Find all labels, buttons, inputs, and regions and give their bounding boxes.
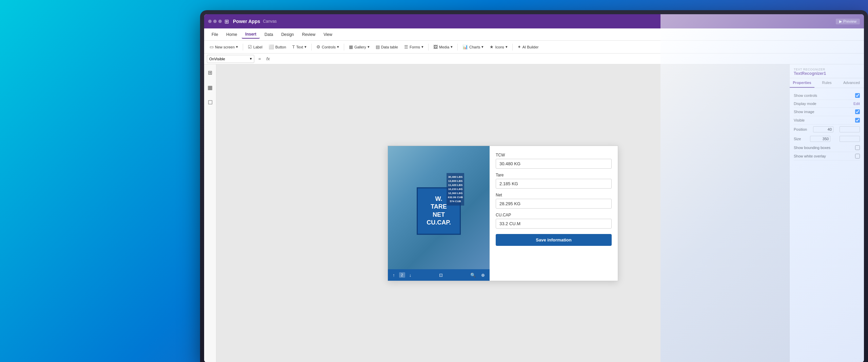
tcw-label: TCW (496, 153, 612, 157)
show-white-overlay-toggle[interactable] (855, 154, 860, 158)
data-table-icon: ▤ (376, 44, 380, 49)
net-value: 28.295 KG (496, 199, 612, 209)
panel-title-main: TextRecognizer1 (794, 71, 860, 76)
tcw-value: 30.480 KG (496, 159, 612, 169)
title-bar: ⊞ Power Apps Canvas ▶ Preview (204, 14, 864, 28)
charts-button[interactable]: 📊 Charts ▾ (460, 43, 486, 51)
next-page-button[interactable]: ↓ (408, 272, 413, 278)
icons-icon: ★ (490, 44, 494, 49)
controls-icon: ⚙ (316, 44, 320, 49)
dot-3 (218, 20, 222, 23)
show-image-toggle[interactable] (855, 109, 860, 114)
image-toolbar: ↑ 2 ↓ ⊡ 🔍 ⊕ (388, 269, 490, 281)
show-white-overlay-row: Show white overlay (794, 152, 860, 161)
show-controls-toggle[interactable] (855, 93, 860, 98)
canvas-image-section: 30,480 LBS13,800 LBS11,420 LBS10,233 LBS… (388, 146, 490, 281)
forms-icon: ☰ (404, 44, 408, 49)
panel-header: TEXT RECOGNIZER TextRecognizer1 (790, 64, 864, 78)
controls-sidebar-icon: ☐ (208, 99, 213, 106)
gallery-chevron: ▾ (368, 45, 370, 49)
icons-chevron: ▾ (506, 45, 508, 49)
menu-view[interactable]: View (320, 31, 336, 38)
canvas-data-section: TCW 30.480 KG Tare 2.185 KG Net 28.295 K… (490, 146, 618, 281)
formula-equals: = (256, 56, 263, 61)
button-button[interactable]: ⬜ Button (266, 43, 289, 51)
menu-data[interactable]: Data (261, 31, 276, 38)
ai-builder-icon: ✦ (517, 44, 521, 49)
size-x-input[interactable] (810, 136, 830, 142)
cucap-label: CU.CAP (496, 213, 612, 217)
visible-toggle[interactable] (855, 118, 860, 123)
forms-button[interactable]: ☰ Forms ▾ (401, 43, 426, 51)
sidebar-icons: ⊞ ▦ ☐ (204, 64, 216, 362)
data-table-label: Data table (381, 45, 398, 49)
formula-dropdown[interactable]: OnVisible ▾ (207, 55, 254, 63)
new-screen-label: New screen (215, 45, 235, 49)
sidebar-controls-button[interactable]: ☐ (205, 98, 215, 107)
show-bounding-boxes-label: Show bounding boxes (794, 146, 830, 150)
position-y-input[interactable] (840, 126, 860, 132)
new-screen-chevron: ▾ (236, 45, 238, 49)
icons-label: Icons (495, 45, 504, 49)
label-button[interactable]: ☑ Label (245, 43, 265, 51)
laptop-frame: ⊞ Power Apps Canvas ▶ Preview File Home … (200, 10, 868, 362)
tare-field-group: Tare 2.185 KG (496, 173, 612, 189)
tab-rules[interactable]: Rules (814, 78, 839, 88)
sidebar-screens-button[interactable]: ▦ (205, 83, 215, 92)
dot-1 (208, 20, 212, 23)
gallery-button[interactable]: ▦ Gallery ▾ (346, 43, 372, 51)
menu-insert[interactable]: Insert (242, 30, 260, 39)
panel-body: Show controls Display mode Edit Show ima… (790, 88, 864, 362)
text-label: Text (296, 45, 303, 49)
sep-5 (457, 44, 458, 50)
formula-dropdown-chevron: ▾ (250, 57, 252, 61)
media-chevron: ▾ (451, 45, 453, 49)
tab-advanced[interactable]: Advanced (839, 78, 864, 88)
icons-button[interactable]: ★ Icons ▾ (487, 43, 510, 51)
main-area: ⊞ ▦ ☐ (204, 64, 864, 362)
fit-button[interactable]: ⊡ (438, 272, 444, 278)
new-screen-button[interactable]: ▭ New screen ▾ (207, 43, 241, 51)
size-label: Size (794, 137, 801, 141)
show-image-row: Show image (794, 108, 860, 116)
page-indicator: 2 (399, 272, 405, 278)
panel-title-sub: TEXT RECOGNIZER (794, 68, 860, 71)
tcw-field-group: TCW 30.480 KG (496, 153, 612, 169)
text-button[interactable]: T Text ▾ (290, 43, 309, 51)
menu-design[interactable]: Design (278, 31, 297, 38)
app-sub: Canvas (263, 19, 277, 24)
data-table-button[interactable]: ▤ Data table (373, 43, 401, 51)
tab-properties[interactable]: Properties (790, 78, 814, 88)
sidebar-layers-button[interactable]: ⊞ (205, 68, 215, 77)
media-button[interactable]: 🖼 Media ▾ (431, 43, 455, 51)
zoom-out-button[interactable]: 🔍 (469, 272, 477, 278)
size-row: Size (794, 134, 860, 144)
position-x-input[interactable] (813, 126, 833, 132)
net-field-group: Net 28.295 KG (496, 193, 612, 209)
controls-button[interactable]: ⚙ Controls ▾ (314, 43, 342, 51)
canvas-area[interactable]: 30,480 LBS13,800 LBS11,420 LBS10,233 LBS… (216, 64, 789, 362)
net-label: Net (496, 193, 612, 197)
menu-review[interactable]: Review (299, 31, 319, 38)
size-y-input[interactable] (840, 136, 860, 142)
prev-page-button[interactable]: ↑ (391, 272, 396, 278)
preview-button[interactable]: ▶ Preview (836, 19, 860, 24)
ai-builder-button[interactable]: ✦ AI Builder (515, 43, 541, 51)
zoom-in-button[interactable]: ⊕ (480, 272, 486, 278)
charts-icon: 📊 (462, 44, 468, 49)
tare-value: 2.185 KG (496, 179, 612, 189)
menu-home[interactable]: Home (223, 31, 240, 38)
show-controls-row: Show controls (794, 91, 860, 100)
save-information-button[interactable]: Save information (496, 234, 612, 246)
app-canvas: 30,480 LBS13,800 LBS11,420 LBS10,233 LBS… (388, 146, 618, 281)
formula-fx: fx (265, 56, 271, 61)
screens-icon: ▦ (208, 84, 213, 91)
label-text: Label (253, 45, 262, 49)
formula-input[interactable] (273, 55, 861, 63)
sep-4 (428, 44, 429, 50)
menu-file[interactable]: File (208, 31, 221, 38)
show-bounding-boxes-toggle[interactable] (855, 145, 860, 150)
display-mode-value[interactable]: Edit (853, 102, 860, 106)
media-icon: 🖼 (433, 44, 438, 49)
show-white-overlay-label: Show white overlay (794, 154, 826, 158)
